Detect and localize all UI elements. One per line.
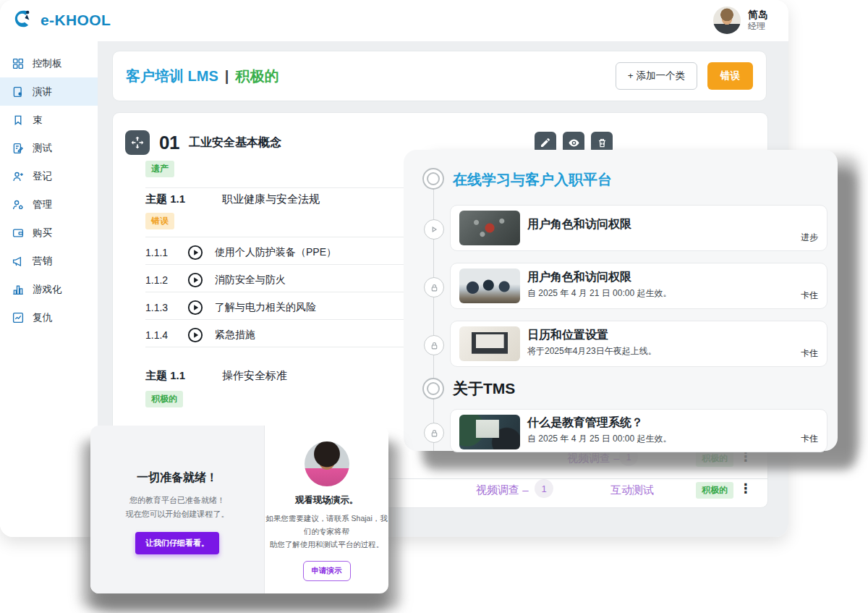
sidebar-item-label: 复仇 bbox=[33, 311, 52, 324]
ready-modal-right: 观看现场演示。 如果您需要建议，请联系 Shajai，我们的专家将帮 助您了解使… bbox=[265, 426, 388, 593]
sidebar-item-label: 演讲 bbox=[33, 85, 52, 98]
card-thumbnail bbox=[459, 269, 520, 303]
lesson-row[interactable]: 1.1.3 了解与电力相关的风险 bbox=[145, 296, 316, 319]
kebab-menu-icon[interactable]: ⋮ bbox=[736, 479, 755, 498]
topic-title: 操作安全标准 bbox=[222, 369, 287, 383]
move-icon bbox=[130, 135, 145, 150]
sidebar-item-label: 束 bbox=[33, 114, 43, 127]
lesson-row[interactable]: 1.1.4 紧急措施 bbox=[145, 324, 255, 347]
demo-text-line1: 如果您需要建议，请联系 Shajai，我们的专家将帮 bbox=[265, 512, 388, 538]
card-title: 日历和位置设置 bbox=[527, 328, 608, 343]
sidebar-item-management[interactable]: 管理 bbox=[0, 190, 98, 219]
user-role: 经理 bbox=[748, 21, 768, 32]
lesson-title: 了解与电力相关的风险 bbox=[215, 301, 316, 314]
sidebar-item-gamification[interactable]: 游戏化 bbox=[0, 275, 98, 303]
ready-title: 一切准备就绪！ bbox=[90, 470, 264, 486]
lesson-code: 1.1.3 bbox=[145, 302, 187, 313]
topic-code: 主题 1.1 bbox=[145, 193, 199, 206]
lesson-title: 紧急措施 bbox=[215, 329, 255, 342]
bundle-icon bbox=[12, 114, 25, 127]
error-button[interactable]: 错误 bbox=[707, 62, 753, 90]
demo-expert-avatar bbox=[305, 441, 349, 486]
row-status-badge: 积极的 bbox=[696, 482, 733, 499]
play-icon[interactable] bbox=[187, 327, 203, 343]
section-title: 关于TMS bbox=[453, 379, 515, 399]
enroll-icon bbox=[12, 170, 25, 183]
sidebar-item-label: 登记 bbox=[33, 170, 52, 183]
card-status: 卡住 bbox=[801, 433, 818, 445]
onboarding-card[interactable]: 什么是教育管理系统？ 自 2025 年 4 月 25 日 00:00 起生效。 … bbox=[450, 409, 827, 452]
card-title: 用户角色和访问权限 bbox=[527, 270, 631, 285]
ready-text-line2: 现在您可以开始创建课程了。 bbox=[90, 507, 264, 521]
page-header-card: 客户培训 LMS | 积极的 + 添加一个类 错误 bbox=[112, 51, 767, 101]
user-avatar bbox=[713, 7, 741, 34]
manage-icon bbox=[12, 198, 25, 211]
page-title: 客户培训 LMS bbox=[126, 67, 218, 86]
sidebar: 控制板 演讲 束 测试 登记 管理 购买 营销 bbox=[0, 41, 98, 537]
sidebar-item-label: 游戏化 bbox=[33, 283, 62, 296]
section-node-icon bbox=[422, 378, 444, 399]
sidebar-item-tests[interactable]: 测试 bbox=[0, 134, 98, 162]
page-status: 积极的 bbox=[235, 67, 278, 86]
add-class-button[interactable]: + 添加一个类 bbox=[616, 62, 697, 90]
onboarding-card[interactable]: 用户角色和访问权限 自 2025 年 4 月 21 日 00:00 起生效。 卡… bbox=[450, 263, 827, 309]
onboarding-panel: 在线学习与客户入职平台 用户角色和访问权限 进步 用户角色和访问权限 自 202… bbox=[404, 150, 838, 451]
lesson-code: 1.1.2 bbox=[145, 274, 187, 286]
count-badge: 1 bbox=[535, 479, 553, 498]
lock-node-icon bbox=[424, 423, 444, 443]
request-demo-button[interactable]: 申请演示 bbox=[303, 561, 351, 581]
top-header: e-KHOOL 简岛 经理 bbox=[0, 0, 788, 42]
lesson-code: 1.1.4 bbox=[145, 329, 187, 341]
take-a-look-button[interactable]: 让我们仔细看看。 bbox=[135, 532, 219, 554]
pencil-icon bbox=[540, 137, 551, 148]
user-menu[interactable]: 简岛 经理 bbox=[713, 7, 768, 34]
lock-node-icon bbox=[424, 277, 444, 297]
onboarding-card[interactable]: 日历和位置设置 将于2025年4月23日午夜起上线。 卡住 bbox=[450, 321, 827, 367]
sidebar-item-purchase[interactable]: 购买 bbox=[0, 219, 98, 247]
section-title: 在线学习与客户入职平台 bbox=[453, 170, 612, 190]
gamification-icon bbox=[12, 283, 25, 296]
lesson-title: 使用个人防护装备（PPE） bbox=[215, 246, 336, 259]
course-title: 工业安全基本概念 bbox=[189, 135, 281, 151]
lesson-row[interactable]: 1.1.1 使用个人防护装备（PPE） bbox=[145, 241, 336, 264]
topic-status-badge: 错误 bbox=[145, 213, 174, 229]
sidebar-item-enrollment[interactable]: 登记 bbox=[0, 162, 98, 190]
card-title: 什么是教育管理系统？ bbox=[527, 415, 643, 431]
play-icon[interactable] bbox=[187, 245, 203, 261]
card-status: 进步 bbox=[801, 232, 818, 244]
sidebar-item-label: 测试 bbox=[33, 142, 52, 155]
user-name: 简岛 bbox=[748, 9, 768, 22]
move-handle[interactable] bbox=[125, 130, 150, 155]
video-survey-label[interactable]: 视频调查 – bbox=[476, 483, 529, 497]
onboarding-card[interactable]: 用户角色和访问权限 进步 bbox=[450, 205, 827, 251]
card-subtitle: 自 2025 年 4 月 21 日 00:00 起生效。 bbox=[527, 287, 671, 300]
topic-row[interactable]: 主题 1.1 职业健康与安全法规 bbox=[145, 193, 320, 206]
course-status-badge: 遗产 bbox=[145, 161, 174, 177]
card-thumbnail bbox=[459, 326, 520, 361]
card-subtitle: 自 2025 年 4 月 25 日 00:00 起生效。 bbox=[527, 433, 671, 445]
card-title: 用户角色和访问权限 bbox=[527, 217, 631, 232]
lesson-row[interactable]: 1.1.2 消防安全与防火 bbox=[145, 269, 286, 292]
play-icon[interactable] bbox=[187, 300, 203, 316]
brand-logo-icon bbox=[13, 8, 35, 33]
topic-status-badge: 积极的 bbox=[145, 391, 183, 407]
demo-title: 观看现场演示。 bbox=[265, 494, 388, 507]
title-separator: | bbox=[225, 68, 229, 85]
sidebar-item-lectures[interactable]: 演讲 bbox=[0, 77, 98, 106]
row-status-badge: 积极的 bbox=[696, 450, 733, 467]
sidebar-item-marketing[interactable]: 营销 bbox=[0, 247, 98, 275]
brand-name: e-KHOOL bbox=[41, 12, 111, 29]
sidebar-item-dashboard[interactable]: 控制板 bbox=[0, 49, 98, 77]
play-icon[interactable] bbox=[187, 272, 203, 288]
video-survey-label[interactable]: 视频调查 – bbox=[567, 452, 620, 465]
marketing-icon bbox=[12, 255, 25, 268]
interactive-test-label[interactable]: 互动测试 bbox=[610, 483, 654, 497]
sidebar-item-bundles[interactable]: 束 bbox=[0, 106, 98, 134]
sidebar-item-label: 管理 bbox=[33, 198, 52, 211]
sidebar-item-revenue[interactable]: 复仇 bbox=[0, 303, 98, 331]
dashboard-icon bbox=[12, 57, 25, 70]
topic-row[interactable]: 主题 1.1 操作安全标准 bbox=[145, 369, 287, 383]
purchase-icon bbox=[12, 227, 25, 240]
play-node-icon bbox=[424, 219, 444, 240]
brand-logo[interactable]: e-KHOOL bbox=[13, 8, 111, 33]
